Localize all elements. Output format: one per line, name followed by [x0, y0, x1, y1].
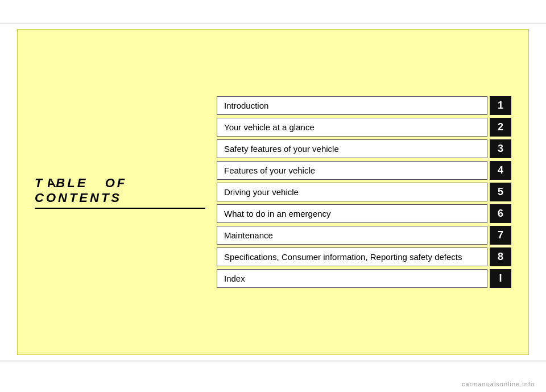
toc-item-label: Your vehicle at a glance [217, 118, 487, 137]
page-wrapper: TABLE OF CONTENTS Introduction1Your vehi… [0, 0, 546, 392]
toc-title: TABLE OF CONTENTS [35, 176, 205, 209]
toc-item-label: Specifications, Consumer information, Re… [217, 247, 487, 266]
toc-item-label: What to do in an emergency [217, 204, 487, 223]
toc-item-number: 4 [490, 161, 511, 180]
toc-item-label: Maintenance [217, 226, 487, 245]
table-row[interactable]: IndexI [217, 269, 511, 288]
toc-item-label: Driving your vehicle [217, 183, 487, 201]
toc-item-number: 6 [490, 204, 511, 223]
table-row[interactable]: Introduction1 [217, 96, 511, 115]
content-area: TABLE OF CONTENTS Introduction1Your vehi… [0, 23, 546, 361]
table-row[interactable]: What to do in an emergency6 [217, 204, 511, 223]
yellow-box: TABLE OF CONTENTS Introduction1Your vehi… [17, 29, 529, 355]
left-panel: TABLE OF CONTENTS [35, 41, 205, 343]
toc-list: Introduction1Your vehicle at a glance2Sa… [205, 41, 511, 343]
toc-item-number: I [490, 269, 511, 288]
mirrored-a: A [44, 176, 56, 191]
watermark-text: carmanualsonline.info [462, 381, 535, 387]
footer-area: carmanualsonline.info [0, 378, 546, 392]
table-row[interactable]: Your vehicle at a glance2 [217, 118, 511, 137]
toc-item-number: 1 [490, 96, 511, 115]
table-row[interactable]: Specifications, Consumer information, Re… [217, 247, 511, 266]
toc-item-label: Introduction [217, 96, 487, 115]
table-row[interactable]: Features of your vehicle4 [217, 161, 511, 180]
toc-item-label: Safety features of your vehicle [217, 139, 487, 158]
table-row[interactable]: Safety features of your vehicle3 [217, 139, 511, 158]
toc-item-number: 8 [490, 247, 511, 266]
table-row[interactable]: Driving your vehicle5 [217, 183, 511, 201]
toc-item-number: 2 [490, 118, 511, 137]
toc-item-number: 5 [490, 183, 511, 201]
bottom-rule [0, 361, 546, 361]
toc-item-label: Index [217, 269, 487, 288]
toc-item-number: 7 [490, 226, 511, 245]
toc-item-label: Features of your vehicle [217, 161, 487, 180]
toc-item-number: 3 [490, 139, 511, 158]
table-row[interactable]: Maintenance7 [217, 226, 511, 245]
